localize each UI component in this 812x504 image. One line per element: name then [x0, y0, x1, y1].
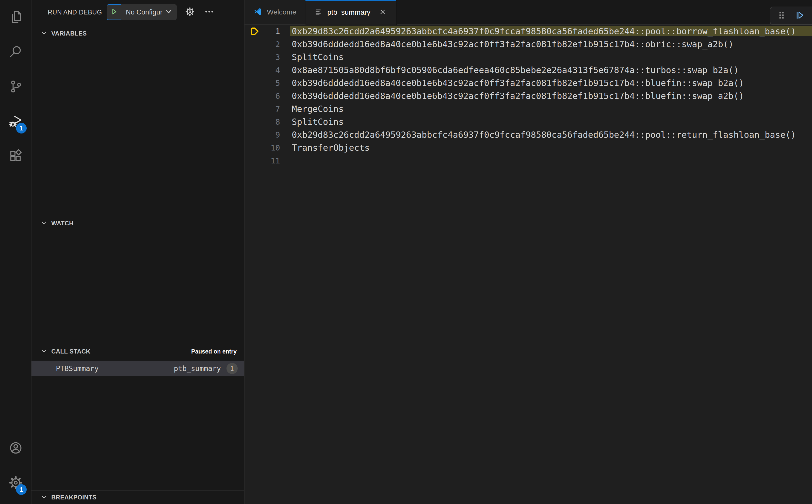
breakpoint-gutter[interactable] [244, 128, 265, 141]
debug-config-dropdown[interactable]: No Configur [107, 4, 177, 20]
play-icon [110, 7, 118, 17]
line-number: 9 [265, 130, 280, 139]
watch-section-header[interactable]: WATCH [31, 214, 244, 232]
line-number: 10 [265, 143, 280, 152]
code-line[interactable]: 90xb29d83c26cdd2a64959263abbcfc4a6937f0c… [244, 128, 812, 141]
debug-current-statement-icon [249, 25, 260, 37]
code-line[interactable]: 10TransferObjects [244, 141, 812, 154]
line-number: 3 [265, 53, 280, 62]
start-debugging-button[interactable] [107, 4, 121, 20]
frame-name: PTBSummary [56, 364, 99, 373]
activity-run-and-debug[interactable]: 1 [0, 104, 31, 139]
activity-search[interactable] [0, 35, 31, 70]
breakpoints-section-header[interactable]: BREAKPOINTS [31, 491, 244, 504]
breakpoint-gutter[interactable] [244, 51, 265, 63]
open-launch-json-button[interactable] [184, 6, 196, 18]
line-text: 0xb39d6dddedd16ed8a40ce0b1e6b43c92acf0ff… [290, 39, 812, 49]
line-text: 0x8ae871505a80d8bf6bf9c05906cda6edfeea46… [290, 65, 812, 75]
debug-toolbar [770, 7, 812, 25]
chevron-down-icon [41, 494, 47, 501]
breakpoint-gutter[interactable] [244, 89, 265, 102]
config-dropdown-body[interactable]: No Configur [121, 4, 177, 20]
breakpoint-gutter[interactable] [244, 115, 265, 128]
call-stack-label: CALL STACK [51, 348, 90, 355]
code-line[interactable]: 20xb39d6dddedd16ed8a40ce0b1e6b43c92acf0f… [244, 38, 812, 51]
code-line[interactable]: 7MergeCoins [244, 102, 812, 115]
close-icon [379, 9, 386, 16]
activity-settings[interactable]: 1 [0, 466, 31, 500]
views-more-actions-button[interactable] [203, 6, 215, 18]
search-icon [9, 45, 23, 60]
line-number: 2 [265, 40, 280, 49]
code-line[interactable]: 50xb39d6dddedd16ed8a40ce0b1e6b43c92acf0f… [244, 76, 812, 89]
activity-source-control[interactable] [0, 70, 31, 104]
call-stack-section-header[interactable]: CALL STACK Paused on entry [31, 342, 244, 361]
line-number: 5 [265, 78, 280, 88]
debug-continue-icon [794, 10, 805, 21]
file-list-icon [314, 8, 323, 17]
step-over-button[interactable] [811, 9, 812, 22]
call-stack-section: CALL STACK Paused on entry PTBSummary pt… [31, 342, 244, 490]
activity-accounts[interactable] [0, 431, 31, 466]
activity-bar-top: 1 [0, 0, 31, 174]
breakpoints-label: BREAKPOINTS [51, 494, 96, 501]
breakpoint-gutter[interactable] [244, 38, 265, 51]
tab-welcome[interactable]: Welcome [244, 0, 305, 24]
line-number: 11 [265, 156, 280, 165]
breakpoint-gutter[interactable] [244, 102, 265, 115]
code-line[interactable]: 3SplitCoins [244, 51, 812, 63]
gear-icon [185, 7, 195, 18]
code-line[interactable]: 11 [244, 154, 812, 167]
code-line[interactable]: 8SplitCoins [244, 115, 812, 128]
code-line[interactable]: 60xb39d6dddedd16ed8a40ce0b1e6b43c92acf0f… [244, 89, 812, 102]
vscode-window: 1 [0, 0, 812, 504]
gripper-icon [776, 10, 787, 21]
breakpoints-section: BREAKPOINTS [31, 490, 244, 504]
activity-bar: 1 [0, 0, 31, 504]
line-text: SplitCoins [290, 117, 812, 127]
continue-button[interactable] [793, 9, 806, 22]
debug-badge: 1 [16, 123, 27, 133]
settings-badge: 1 [16, 484, 27, 495]
line-text: 0xb39d6dddedd16ed8a40ce0b1e6b43c92acf0ff… [290, 78, 812, 88]
files-icon [9, 10, 23, 25]
chevron-down-icon [41, 30, 47, 37]
code-line[interactable]: 40x8ae871505a80d8bf6bf9c05906cda6edfeea4… [244, 63, 812, 76]
frame-badge: 1 [226, 363, 238, 374]
breakpoint-gutter-current[interactable] [244, 25, 265, 38]
account-icon [9, 441, 23, 456]
code-line[interactable]: 10xb29d83c26cdd2a64959263abbcfc4a6937f0c… [244, 25, 812, 38]
breakpoint-gutter[interactable] [244, 76, 265, 89]
call-stack-frame-row[interactable]: PTBSummary ptb_summary 1 [31, 361, 244, 376]
line-text: 0xb39d6dddedd16ed8a40ce0b1e6b43c92acf0ff… [290, 91, 812, 101]
chevron-down-icon [165, 9, 172, 16]
breakpoint-gutter[interactable] [244, 141, 265, 154]
breakpoint-gutter[interactable] [244, 63, 265, 76]
sidebar-header: RUN AND DEBUG No Configur [31, 0, 244, 24]
extensions-icon [9, 149, 23, 164]
frame-source: ptb_summary [174, 364, 221, 373]
config-dropdown-label: No Configur [126, 8, 162, 16]
toolbar-drag-handle[interactable] [775, 9, 788, 22]
activity-bar-bottom: 1 [0, 431, 31, 504]
line-number: 7 [265, 104, 280, 113]
variables-section: VARIABLES [31, 24, 244, 214]
tab-ptb-summary-label: ptb_summary [327, 8, 370, 16]
activity-explorer[interactable] [0, 0, 31, 35]
activity-extensions[interactable] [0, 139, 31, 174]
run-and-debug-sidebar: RUN AND DEBUG No Configur [31, 0, 244, 504]
line-number: 8 [265, 117, 280, 126]
line-number: 1 [265, 27, 280, 36]
vscode-logo-icon [253, 7, 262, 17]
variables-section-header[interactable]: VARIABLES [31, 24, 244, 43]
tab-ptb-summary[interactable]: ptb_summary [305, 0, 397, 25]
line-text: 0xb29d83c26cdd2a64959263abbcfc4a6937f0c9… [290, 26, 812, 36]
breakpoint-gutter[interactable] [244, 154, 265, 167]
ellipsis-icon [204, 7, 214, 18]
close-tab-button[interactable] [377, 7, 388, 18]
paused-status-text: Paused on entry [191, 348, 239, 355]
line-number: 6 [265, 91, 280, 100]
line-number: 4 [265, 65, 280, 75]
line-text: SplitCoins [290, 52, 812, 62]
source-control-icon [9, 79, 23, 95]
